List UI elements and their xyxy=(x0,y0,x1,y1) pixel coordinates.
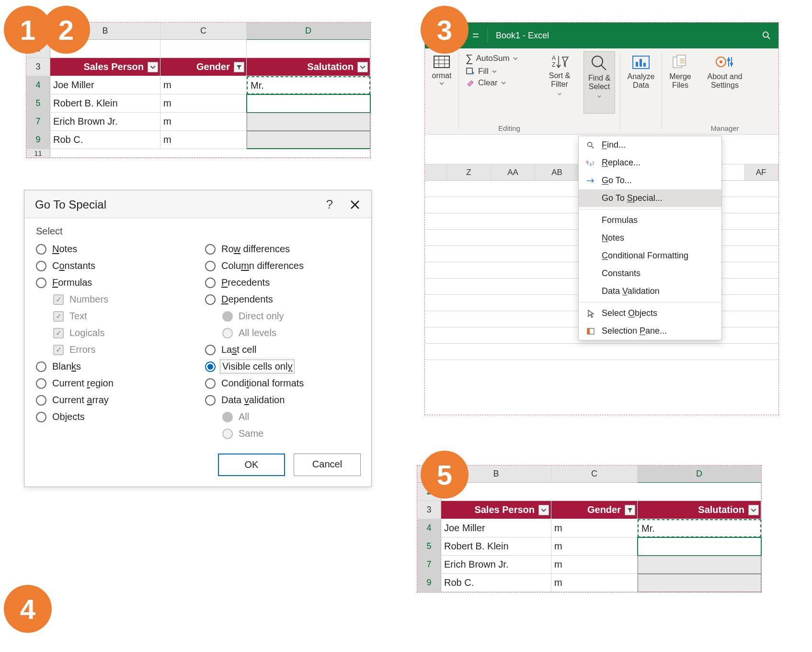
menu-item-data-validation[interactable]: Data Validation xyxy=(579,282,721,300)
cell[interactable]: Erich Brown Jr. xyxy=(441,556,551,574)
radio-cond-formats[interactable]: Conditional formats xyxy=(205,378,360,389)
radio-data-validation[interactable]: Data validation xyxy=(205,395,360,406)
clear-button[interactable]: Clear xyxy=(464,77,508,89)
cell[interactable]: Robert B. Klein xyxy=(441,537,551,556)
radio-notes[interactable]: Notes xyxy=(36,244,191,255)
row-header[interactable]: 7 xyxy=(417,556,441,574)
cell-selected[interactable] xyxy=(638,556,761,574)
cell[interactable] xyxy=(160,40,247,58)
col-header[interactable]: AB xyxy=(535,164,579,180)
menu-item-cond-format[interactable]: Conditional Formatting xyxy=(579,247,721,265)
cell[interactable] xyxy=(441,483,761,501)
find-select-button[interactable]: Find &Select xyxy=(583,51,615,114)
row-header[interactable]: 9 xyxy=(417,574,441,592)
cell[interactable]: m xyxy=(551,537,638,556)
table-header-gender[interactable]: Gender xyxy=(160,58,247,76)
row-header[interactable]: 3 xyxy=(417,501,441,519)
row-header[interactable]: 5 xyxy=(26,94,50,113)
cell[interactable]: Rob C. xyxy=(441,574,551,592)
radio-current-region[interactable]: Current region xyxy=(36,378,191,389)
cell[interactable]: Robert B. Klein xyxy=(50,94,160,113)
search-icon[interactable] xyxy=(761,30,772,41)
menu-item-goto-special[interactable]: Go To Special... xyxy=(579,189,721,207)
radio-formulas[interactable]: Formulas xyxy=(36,277,191,288)
radio-visible-cells[interactable]: Visible cells only xyxy=(205,361,360,372)
cell-selected[interactable] xyxy=(247,113,370,131)
cell[interactable] xyxy=(50,149,370,158)
cell[interactable]: m xyxy=(160,94,247,113)
overflow-icon[interactable] xyxy=(472,32,480,39)
cell[interactable]: Erich Brown Jr. xyxy=(50,113,160,131)
radio-objects[interactable]: Objects xyxy=(36,411,191,422)
menu-item-find[interactable]: Find... xyxy=(579,136,721,154)
radio-last-cell[interactable]: Last cell xyxy=(205,344,360,355)
row-header[interactable]: 7 xyxy=(26,113,50,131)
cell[interactable]: m xyxy=(551,574,638,592)
col-header-d[interactable]: D xyxy=(638,466,761,483)
help-button[interactable]: ? xyxy=(326,197,333,212)
about-settings-button[interactable]: About andSettings xyxy=(705,51,745,92)
merge-files-button[interactable]: MergeFiles xyxy=(666,51,694,92)
format-button[interactable]: ormat xyxy=(429,51,455,88)
row-header[interactable]: 11 xyxy=(26,149,50,158)
cell[interactable]: Joe Miller xyxy=(50,76,160,94)
menu-item-notes[interactable]: Notes xyxy=(579,229,721,247)
autosum-button[interactable]: ∑ AutoSum xyxy=(464,51,520,66)
fill-button[interactable]: Fill xyxy=(464,66,499,77)
filter-dropdown-icon[interactable] xyxy=(538,505,549,515)
cell[interactable]: m xyxy=(551,519,638,537)
cell[interactable]: m xyxy=(551,556,638,574)
col-header-d[interactable]: D xyxy=(247,23,370,40)
table-header-sales[interactable]: Sales Person xyxy=(50,58,160,76)
menu-item-formulas[interactable]: Formulas xyxy=(579,211,721,229)
menu-item-replace[interactable]: ab Replace... xyxy=(579,154,721,172)
cell[interactable]: Rob C. xyxy=(50,131,160,149)
close-button[interactable] xyxy=(349,199,361,210)
filter-active-icon[interactable] xyxy=(234,62,244,72)
cell-selected[interactable] xyxy=(247,131,370,149)
row-header[interactable]: 9 xyxy=(26,131,50,149)
table-header-salutation[interactable]: Salutation xyxy=(638,501,761,519)
col-header[interactable]: Z xyxy=(447,164,491,180)
cell[interactable]: Joe Miller xyxy=(441,519,551,537)
filter-dropdown-icon[interactable] xyxy=(748,505,759,515)
table-header-gender[interactable]: Gender xyxy=(551,501,638,519)
radio-col-diff[interactable]: Column differences xyxy=(205,260,360,271)
ok-button[interactable]: OK xyxy=(218,454,285,476)
row-header[interactable]: 3 xyxy=(26,58,50,76)
cell[interactable]: m xyxy=(160,76,247,94)
radio-constants[interactable]: Constants xyxy=(36,260,191,271)
analyze-data-button[interactable]: AnalyzeData xyxy=(625,51,658,92)
radio-dependents[interactable]: Dependents xyxy=(205,294,360,305)
row-header[interactable]: 4 xyxy=(417,519,441,537)
radio-row-diff[interactable]: Row differences xyxy=(205,244,360,255)
cell[interactable]: m xyxy=(160,131,247,149)
col-header[interactable]: AA xyxy=(491,164,535,180)
row-header[interactable]: 5 xyxy=(417,537,441,556)
filter-active-icon[interactable] xyxy=(625,505,635,515)
radio-precedents[interactable]: Precedents xyxy=(205,277,360,288)
menu-item-constants[interactable]: Constants xyxy=(579,265,721,282)
cell-active-marquee[interactable]: Mr. xyxy=(247,76,370,94)
col-header-c[interactable]: C xyxy=(551,466,638,483)
col-header-c[interactable]: C xyxy=(160,23,247,40)
cell-selected[interactable] xyxy=(638,574,761,592)
cell-active-marquee[interactable]: Mr. xyxy=(638,519,761,537)
cancel-button[interactable]: Cancel xyxy=(294,454,361,476)
cell[interactable]: m xyxy=(160,113,247,131)
table-header-sales[interactable]: Sales Person xyxy=(441,501,551,519)
sort-filter-button[interactable]: A Z Sort &Filter xyxy=(545,51,574,100)
col-header[interactable]: AF xyxy=(744,164,778,180)
cell-selected[interactable] xyxy=(638,537,761,556)
filter-dropdown-icon[interactable] xyxy=(148,62,158,72)
cell[interactable] xyxy=(247,40,370,58)
radio-blanks[interactable]: Blanks xyxy=(36,361,191,372)
table-header-salutation[interactable]: Salutation xyxy=(247,58,370,76)
menu-item-goto[interactable]: Go To... xyxy=(579,172,721,189)
menu-item-selection-pane[interactable]: Selection Pane... xyxy=(579,322,721,340)
filter-dropdown-icon[interactable] xyxy=(357,62,368,72)
menu-item-select-objects[interactable]: Select Objects xyxy=(579,304,721,322)
row-header[interactable]: 4 xyxy=(26,76,50,94)
cell-selected[interactable] xyxy=(247,94,370,113)
radio-current-array[interactable]: Current array xyxy=(36,395,191,406)
